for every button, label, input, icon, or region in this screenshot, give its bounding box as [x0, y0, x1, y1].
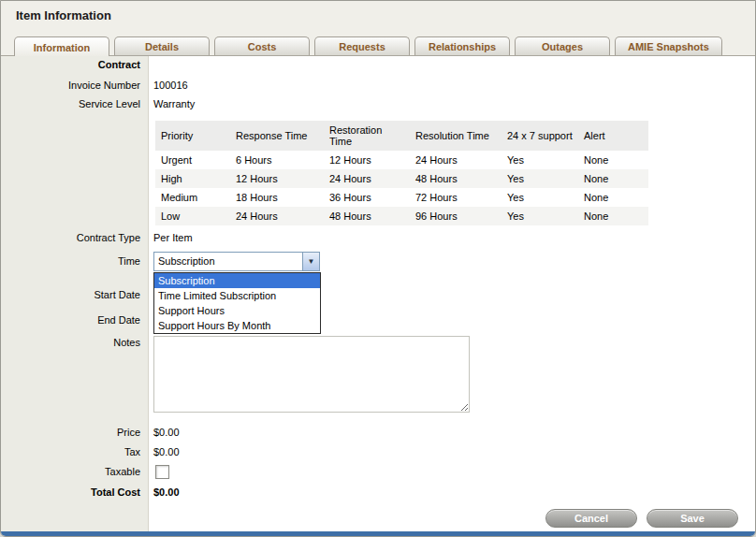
start-date-label: Start Date: [1, 289, 140, 300]
table-cell: 12 Hours: [230, 169, 324, 188]
table-cell: 24 Hours: [410, 151, 502, 169]
sla-header-row: PriorityResponse TimeRestoration TimeRes…: [155, 121, 648, 151]
titlebar: Item Information: [1, 1, 755, 29]
tab-information[interactable]: Information: [14, 36, 109, 56]
table-row: Low24 Hours48 Hours96 HoursYesNone: [155, 207, 648, 225]
table-cell: None: [578, 169, 648, 188]
time-select[interactable]: Subscription ▼: [153, 252, 320, 271]
invoice-number-value: 100016: [153, 80, 188, 91]
tab-details[interactable]: Details: [114, 36, 210, 55]
service-level-label: Service Level: [1, 98, 140, 109]
tab-relationships[interactable]: Relationships: [414, 36, 510, 55]
table-cell: 96 Hours: [410, 207, 502, 225]
table-cell: High: [155, 169, 230, 188]
save-button[interactable]: Save: [647, 509, 738, 528]
table-cell: 12 Hours: [324, 151, 410, 169]
contract-type-label: Contract Type: [1, 232, 140, 243]
table-row: High12 Hours24 Hours48 HoursYesNone: [155, 169, 648, 188]
dropdown-option-support-hours[interactable]: Support Hours: [154, 303, 320, 318]
sla-header-cell: Alert: [578, 121, 648, 151]
table-cell: 36 Hours: [324, 188, 410, 207]
tax-label: Tax: [1, 446, 140, 457]
table-cell: Low: [155, 207, 230, 225]
item-information-window: Item Information InformationDetailsCosts…: [0, 0, 756, 537]
sla-header-cell: Restoration Time: [324, 121, 410, 151]
sla-header-cell: Resolution Time: [410, 121, 502, 151]
dropdown-option-time-limited-subscription[interactable]: Time Limited Subscription: [154, 288, 320, 303]
table-cell: None: [578, 151, 648, 169]
tab-outages[interactable]: Outages: [515, 36, 610, 55]
taxable-label: Taxable: [1, 466, 140, 477]
price-value: $0.00: [153, 427, 180, 438]
total-cost-value: $0.00: [153, 486, 180, 498]
table-cell: 6 Hours: [230, 151, 324, 169]
chevron-down-icon[interactable]: ▼: [302, 253, 319, 270]
content-panel: Contract Invoice Number 100016 Service L…: [1, 55, 755, 531]
tab-bar: InformationDetailsCostsRequestsRelations…: [14, 32, 751, 55]
time-dropdown-list: SubscriptionTime Limited SubscriptionSup…: [153, 272, 321, 334]
total-cost-label: Total Cost: [1, 486, 140, 498]
service-level-value: Warranty: [153, 98, 195, 109]
tab-amie-snapshots[interactable]: AMIE Snapshots: [615, 36, 722, 55]
sla-table-body: Urgent6 Hours12 Hours24 HoursYesNoneHigh…: [155, 151, 648, 225]
table-cell: 18 Hours: [230, 188, 324, 207]
table-cell: Yes: [502, 151, 578, 169]
contract-type-value: Per Item: [153, 232, 193, 243]
table-cell: None: [578, 207, 648, 225]
table-cell: Yes: [502, 207, 578, 225]
sla-header-cell: 24 x 7 support: [502, 121, 578, 151]
table-cell: None: [578, 188, 648, 207]
table-cell: Medium: [155, 188, 230, 207]
notes-label: Notes: [1, 337, 140, 348]
sla-header-cell: Priority: [155, 121, 230, 151]
end-date-label: End Date: [1, 314, 140, 326]
tab-costs[interactable]: Costs: [214, 36, 310, 55]
table-cell: Yes: [502, 169, 578, 188]
table-row: Urgent6 Hours12 Hours24 HoursYesNone: [155, 151, 648, 169]
sla-table: PriorityResponse TimeRestoration TimeRes…: [155, 121, 648, 225]
time-label: Time: [1, 255, 140, 267]
cancel-button[interactable]: Cancel: [545, 509, 637, 528]
table-cell: 72 Hours: [410, 188, 502, 207]
invoice-number-label: Invoice Number: [1, 80, 140, 91]
table-cell: 48 Hours: [410, 169, 502, 188]
table-cell: 48 Hours: [324, 207, 410, 225]
table-cell: 24 Hours: [324, 169, 410, 188]
bottom-accent-strip: [1, 531, 755, 536]
taxable-checkbox[interactable]: [155, 465, 169, 479]
price-label: Price: [1, 427, 140, 438]
dropdown-option-subscription[interactable]: Subscription: [154, 273, 320, 288]
sla-header-cell: Response Time: [230, 121, 324, 151]
page-title: Item Information: [16, 8, 111, 22]
dropdown-option-support-hours-by-month[interactable]: Support Hours By Month: [154, 318, 320, 333]
table-cell: Yes: [502, 188, 578, 207]
tab-requests[interactable]: Requests: [314, 36, 410, 55]
section-header-contract: Contract: [1, 59, 140, 70]
notes-textarea[interactable]: [153, 336, 470, 413]
time-select-value: Subscription: [154, 253, 302, 270]
table-cell: 24 Hours: [230, 207, 324, 225]
tax-value: $0.00: [153, 446, 180, 457]
table-row: Medium18 Hours36 Hours72 HoursYesNone: [155, 188, 648, 207]
table-cell: Urgent: [155, 151, 230, 169]
